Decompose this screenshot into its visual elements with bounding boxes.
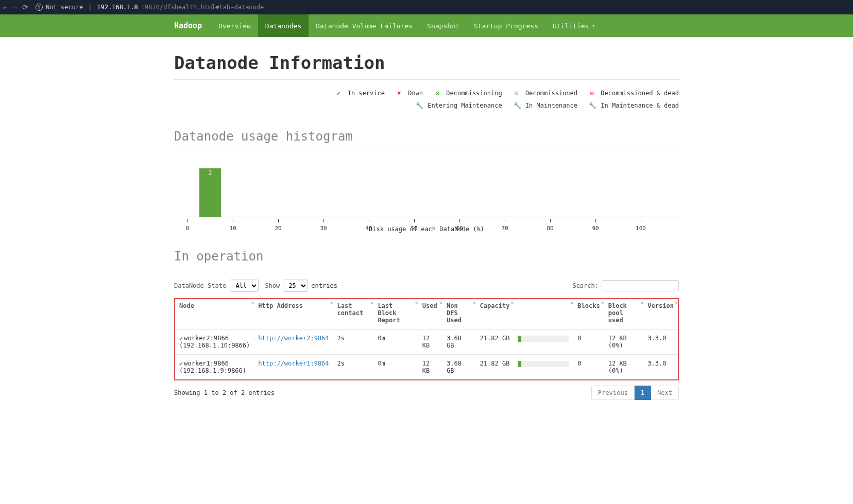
state-select[interactable]: All: [230, 280, 259, 292]
col-capacity-bar[interactable]: ⇅: [514, 299, 573, 329]
previous-button[interactable]: Previous: [591, 386, 635, 400]
browser-toolbar: ← → ⟳ i Not secure | 192.168.1.8:9870/df…: [0, 0, 853, 14]
show-select[interactable]: 25: [283, 280, 308, 292]
legend-decommissioning: ⊘ Decommissioning: [434, 90, 502, 97]
table-info: Showing 1 to 2 of 2 entries: [174, 389, 275, 396]
brand-link[interactable]: Hadoop: [174, 14, 211, 37]
info-icon[interactable]: i: [36, 4, 43, 11]
status-check-icon: ✔: [179, 360, 183, 367]
cell-version: 3.3.0: [643, 329, 678, 355]
cell-node: ✔worker2:9866(192.168.1.10:9866): [175, 329, 254, 355]
cell-version: 3.3.0: [643, 355, 678, 380]
legend-icon: 🔧: [416, 99, 422, 112]
cell-pool-used: 12 KB(0%): [604, 329, 644, 355]
cell-capacity-bar: [514, 355, 573, 380]
cell-used: 12 KB: [418, 355, 442, 380]
col-version[interactable]: Version⇅: [643, 299, 678, 329]
cell-capacity-bar: [514, 329, 573, 355]
legend-decommissioned: ⊘ Decommissioned: [514, 90, 577, 97]
col-node[interactable]: Node⇅: [175, 299, 254, 329]
capacity-bar: [518, 361, 569, 367]
cell-node: ✔worker1:9866(192.168.1.9:9866): [175, 355, 254, 380]
cell-non-dfs: 3.68 GB: [442, 355, 476, 380]
table-row: ✔worker2:9866(192.168.1.10:9866)http://w…: [175, 329, 678, 355]
cell-capacity: 21.82 GB: [476, 329, 514, 355]
legend-icon: ✔: [335, 87, 342, 99]
legend-entering-maintenance: 🔧 Entering Maintenance: [416, 102, 502, 109]
legend-in-maintenance: 🔧 In Maintenance: [514, 102, 577, 109]
http-address-link[interactable]: http://worker1:9864: [258, 360, 329, 367]
hist-bar-0-10: 2: [199, 168, 221, 217]
col-last-block-report[interactable]: Last Block Report⇅: [373, 299, 418, 329]
reload-icon[interactable]: ⟳: [22, 3, 28, 11]
nav-overview[interactable]: Overview: [211, 14, 258, 37]
cell-non-dfs: 3.68 GB: [442, 329, 476, 355]
col-used[interactable]: Used⇅: [418, 299, 442, 329]
datanode-table: Node⇅Http Address⇅Last contact⇅Last Bloc…: [175, 299, 678, 379]
legend-icon: ⊘: [589, 87, 595, 99]
forward-icon[interactable]: →: [12, 3, 16, 11]
not-secure-label: Not secure: [46, 4, 83, 11]
capacity-bar: [518, 336, 569, 342]
col-capacity[interactable]: Capacity⇅: [476, 299, 514, 329]
legend-decommissioned-dead: ⊘ Decommissioned & dead: [589, 90, 679, 97]
nav-icons: ← → ⟳: [3, 3, 28, 11]
histogram-heading: Datanode usage histogram: [174, 129, 679, 144]
nav-datanode-volume-failures[interactable]: Datanode Volume Failures: [309, 14, 420, 37]
table-row: ✔worker1:9866(192.168.1.9:9866)http://wo…: [175, 355, 678, 380]
next-button[interactable]: Next: [651, 386, 679, 400]
cell-used: 12 KB: [418, 329, 442, 355]
legend-in-service: ✔ In service: [335, 90, 384, 97]
legend-icon: ⊘: [434, 87, 440, 99]
col-block-pool-used[interactable]: Block pool used⇅: [604, 299, 644, 329]
col-non-dfs-used[interactable]: Non DFS Used⇅: [442, 299, 476, 329]
cell-last-contact: 2s: [333, 329, 374, 355]
status-check-icon: ✔: [179, 335, 183, 342]
cell-pool-used: 12 KB(0%): [604, 355, 644, 380]
nav-startup-progress[interactable]: Startup Progress: [467, 14, 545, 37]
cell-http: http://worker1:9864: [254, 355, 333, 380]
cell-last-contact: 2s: [333, 355, 374, 380]
main-nav: HadoopOverviewDatanodesDatanode Volume F…: [0, 14, 853, 37]
cell-last-block-report: 0m: [373, 329, 418, 355]
legend-down: ✖ Down: [396, 90, 423, 97]
cell-blocks: 0: [573, 355, 604, 380]
legend-icon: ⊘: [514, 87, 520, 99]
url-host: 192.168.1.8: [97, 4, 138, 11]
datanode-table-frame: Node⇅Http Address⇅Last contact⇅Last Bloc…: [174, 298, 679, 380]
cell-last-block-report: 0m: [373, 355, 418, 380]
legend-in-maintenance-dead: 🔧 In Maintenance & dead: [589, 102, 679, 109]
nav-datanodes[interactable]: Datanodes: [258, 14, 309, 37]
legend-icon: 🔧: [589, 99, 595, 112]
usage-histogram: 2 0102030405060708090100 Disk usage of e…: [174, 160, 679, 232]
http-address-link[interactable]: http://worker2:9864: [258, 335, 329, 342]
col-last-contact[interactable]: Last contact⇅: [333, 299, 374, 329]
col-http-address[interactable]: Http Address⇅: [254, 299, 333, 329]
table-controls: DataNode State All Show 25 entries Searc…: [174, 280, 679, 292]
legend-icon: 🔧: [514, 99, 520, 112]
histogram-xlabel: Disk usage of each DataNode (%): [174, 225, 679, 233]
cell-capacity: 21.82 GB: [476, 355, 514, 380]
cell-http: http://worker2:9864: [254, 329, 333, 355]
url-bar[interactable]: i Not secure | 192.168.1.8:9870/dfshealt…: [36, 4, 264, 11]
state-label: DataNode State: [174, 282, 226, 289]
pagination: Previous 1 Next: [591, 386, 679, 400]
nav-snapshot[interactable]: Snapshot: [420, 14, 467, 37]
page-title: Datanode Information: [174, 53, 679, 73]
search-label: Search:: [572, 282, 599, 289]
status-legend: ✔ In service✖ Down⊘ Decommissioning⊘ Dec…: [174, 87, 679, 112]
search-input[interactable]: [602, 280, 679, 291]
cell-blocks: 0: [573, 329, 604, 355]
back-icon[interactable]: ←: [3, 3, 7, 11]
url-path: :9870/dfshealth.html#tab-datanode: [141, 4, 264, 11]
legend-icon: ✖: [396, 87, 402, 99]
operation-heading: In operation: [174, 249, 679, 264]
nav-utilities[interactable]: Utilities▾: [545, 14, 602, 37]
show-label: Show: [265, 282, 280, 289]
entries-label: entries: [311, 282, 337, 289]
col-blocks[interactable]: Blocks⇅: [573, 299, 604, 329]
page-1-button[interactable]: 1: [635, 386, 651, 400]
